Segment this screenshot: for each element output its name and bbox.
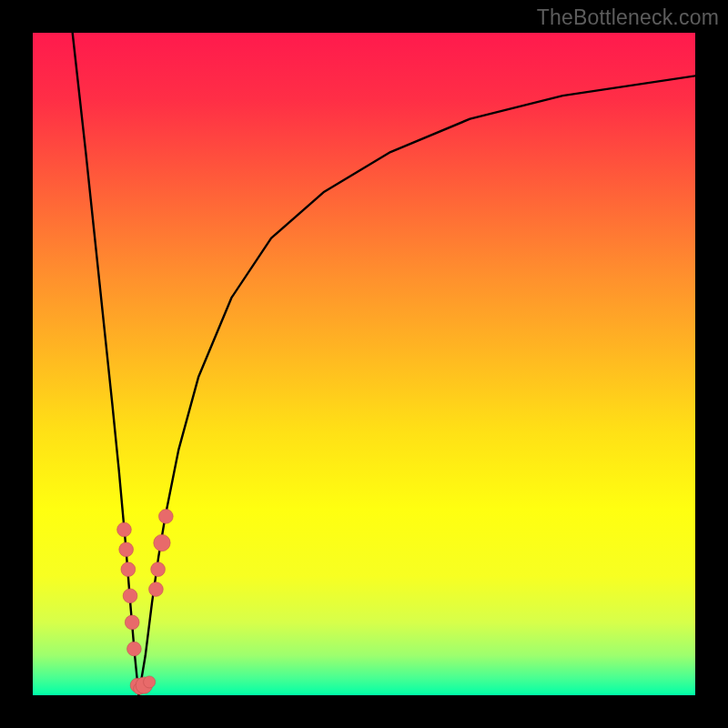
data-marker xyxy=(117,522,132,537)
data-marker xyxy=(121,562,136,577)
watermark-text: TheBottleneck.com xyxy=(537,5,719,30)
data-marker xyxy=(144,676,156,688)
data-marker xyxy=(149,582,164,597)
data-marker xyxy=(119,542,134,557)
data-marker xyxy=(158,510,173,524)
plot-area xyxy=(33,33,695,695)
data-marker xyxy=(125,615,139,630)
data-marker xyxy=(127,642,142,656)
chart-frame: TheBottleneck.com xyxy=(0,0,728,728)
data-marker xyxy=(151,562,166,577)
curve-right-branch xyxy=(138,76,695,695)
data-marker xyxy=(123,589,137,603)
data-marker xyxy=(154,534,170,551)
curves-layer xyxy=(33,33,695,695)
